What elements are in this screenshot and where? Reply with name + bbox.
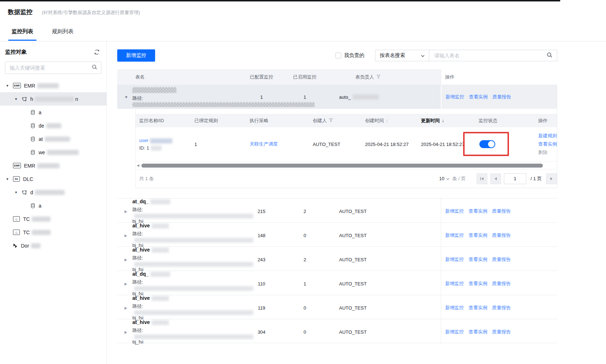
redacted-text bbox=[32, 217, 50, 222]
expand-row-icon[interactable]: ▶ bbox=[124, 306, 132, 310]
table-row[interactable]: ▶ at_hive 路径: bj_fsi 119 0 AUTO_TEST 新增监… bbox=[117, 295, 557, 319]
view-instances-link[interactable]: 查看实例 bbox=[469, 208, 487, 214]
quality-report-link[interactable]: 质量报告 bbox=[492, 208, 511, 214]
dlc-icon: Ds bbox=[13, 176, 20, 182]
search-icon[interactable] bbox=[546, 52, 553, 59]
view-instances-link[interactable]: 查看实例 bbox=[469, 329, 487, 335]
add-monitor-link[interactable]: 新增监控 bbox=[445, 256, 464, 263]
search-type-select[interactable]: 按表名搜索 bbox=[375, 50, 429, 61]
view-instances-link[interactable]: 查看实例 bbox=[469, 280, 487, 287]
quality-report-link[interactable]: 质量报告 bbox=[492, 94, 511, 100]
expand-row-icon[interactable]: ▶ bbox=[124, 234, 132, 238]
sidebar-search-input[interactable] bbox=[9, 65, 92, 71]
monitor-status-toggle[interactable] bbox=[479, 140, 495, 148]
my-filter[interactable]: 我负责的 bbox=[335, 52, 364, 59]
add-monitor-link[interactable]: 新增监控 bbox=[445, 329, 464, 335]
refresh-icon[interactable] bbox=[94, 49, 100, 55]
monitor-object-tree: ▼ EMR EMR ▼ hn a bbox=[0, 79, 106, 252]
col-actions: 操作 bbox=[441, 69, 557, 85]
view-instances-link[interactable]: 查看实例 bbox=[469, 305, 487, 311]
search-icon[interactable] bbox=[92, 64, 97, 71]
page-number-input[interactable] bbox=[504, 173, 526, 184]
scrollbar-thumb[interactable] bbox=[141, 164, 543, 168]
redacted-text bbox=[151, 146, 162, 151]
quality-report-link[interactable]: 质量报告 bbox=[492, 280, 511, 287]
scroll-left-icon[interactable]: ◀ bbox=[137, 164, 139, 167]
quality-report-link[interactable]: 质量报告 bbox=[492, 305, 511, 311]
quality-report-link[interactable]: 质量报告 bbox=[492, 256, 511, 263]
col-monitor-actions: 操作 bbox=[536, 114, 557, 127]
strategy-link[interactable]: 关联生产调度 bbox=[250, 141, 278, 147]
table-row[interactable]: ▶ at_dq_ 路径: bj_fsi 215 2 AUTO_TEST 新增监控… bbox=[117, 198, 557, 222]
view-instances-link[interactable]: 查看实例 bbox=[469, 94, 488, 100]
expand-row-icon[interactable]: ▶ bbox=[124, 209, 132, 213]
add-monitor-button[interactable]: 新增监控 bbox=[117, 49, 155, 62]
filter-icon[interactable] bbox=[377, 74, 381, 80]
view-instances-link[interactable]: 查看实例 bbox=[538, 141, 557, 147]
view-instances-link[interactable]: 查看实例 bbox=[469, 232, 487, 239]
quality-report-link[interactable]: 质量报告 bbox=[492, 232, 511, 239]
tree-item-emr-1[interactable]: ▼ EMR EMR bbox=[0, 79, 106, 92]
filter-icon[interactable] bbox=[329, 118, 333, 123]
table-row[interactable]: ▶ at_hive 路径: bj_fsi 243 2 AUTO_TEST 新增监… bbox=[117, 247, 557, 271]
sort-desc-icon[interactable]: ↓ bbox=[442, 118, 444, 123]
add-monitor-link[interactable]: 新增监控 bbox=[445, 305, 464, 311]
tree-item-db-a[interactable]: a bbox=[0, 106, 106, 119]
tree-item-tchouse-1[interactable]: ⌂ TC bbox=[0, 212, 106, 226]
tab-rule-list[interactable]: 规则列表 bbox=[49, 28, 77, 41]
col-monitor-status: 监控状态 bbox=[477, 114, 536, 127]
table-row[interactable]: ▼ 路径: 1 1 auto_ 新增监控 查看实例 质量报告 bbox=[117, 85, 557, 109]
redacted-path bbox=[132, 102, 315, 107]
delete-link[interactable]: 删除 bbox=[538, 149, 557, 156]
add-monitor-link[interactable]: 新增监控 bbox=[445, 208, 464, 214]
tree-item-tchouse-2[interactable]: ⌂ TC bbox=[0, 226, 106, 239]
add-monitor-link[interactable]: 新增监控 bbox=[445, 280, 464, 287]
col-configured: 已配置监控 bbox=[240, 69, 283, 85]
sort-icon[interactable]: ↕ bbox=[386, 118, 388, 123]
tab-monitor-list[interactable]: 监控列表 bbox=[8, 28, 36, 41]
view-instances-link[interactable]: 查看实例 bbox=[469, 256, 487, 263]
table-row[interactable]: ▶ at_hive 路径: bj_fsi 304 0 AUTO_TEST 新增监… bbox=[117, 319, 557, 343]
redacted-path bbox=[134, 238, 253, 243]
table-row[interactable]: ▶ at_dq_ 路径: bj_fsi 110 1 AUTO_TEST 新增监控… bbox=[117, 271, 557, 295]
expand-arrow-icon[interactable]: ▼ bbox=[6, 84, 13, 88]
redacted-path bbox=[134, 214, 253, 218]
next-page-button[interactable] bbox=[546, 173, 557, 184]
expand-arrow-icon[interactable]: ▼ bbox=[6, 177, 13, 181]
expand-arrow-icon[interactable]: ▼ bbox=[14, 191, 22, 194]
monitor-name-link[interactable]: user bbox=[139, 138, 148, 143]
add-monitor-link[interactable]: 新增监控 bbox=[445, 94, 464, 100]
expand-row-icon[interactable]: ▶ bbox=[124, 282, 132, 286]
tree-item-db-a2[interactable]: a bbox=[0, 199, 106, 212]
database-icon bbox=[30, 136, 35, 142]
redacted-text bbox=[35, 190, 65, 195]
tree-item-db-we[interactable]: we bbox=[0, 146, 106, 159]
add-monitor-link[interactable]: 新增监控 bbox=[445, 232, 464, 239]
col-updated-time: 更新时间 ↓ bbox=[419, 114, 477, 127]
prev-page-button[interactable] bbox=[490, 173, 501, 184]
tree-item-emr-2[interactable]: EMR EMR bbox=[0, 159, 106, 172]
table-search-input[interactable] bbox=[434, 52, 546, 59]
expand-arrow-icon[interactable]: ▼ bbox=[14, 97, 22, 101]
my-filter-checkbox[interactable] bbox=[335, 53, 341, 58]
expand-row-icon[interactable]: ▶ bbox=[124, 330, 132, 334]
toolbar: 新增监控 我负责的 按表名搜索 bbox=[117, 49, 557, 62]
first-page-button[interactable] bbox=[477, 173, 487, 184]
chevron-down-icon bbox=[421, 53, 425, 58]
tree-item-workspace-h[interactable]: ▼ hn bbox=[0, 92, 106, 106]
redacted-text bbox=[32, 230, 50, 235]
table-row[interactable]: ▶ at_hive 路径: bj_fsi 148 0 AUTO_TEST 新增监… bbox=[117, 222, 557, 247]
quality-report-link[interactable]: 质量报告 bbox=[492, 329, 511, 335]
monitor-table: 表名 已配置监控 已启用监控 表负责人 操作 ▼ 路径: bbox=[117, 69, 557, 343]
new-rule-link[interactable]: 新建规则 bbox=[538, 133, 557, 139]
tree-item-dlc[interactable]: ▼ Ds DLC bbox=[0, 172, 106, 186]
tree-item-db-de[interactable]: de bbox=[0, 119, 106, 132]
redacted-text bbox=[45, 137, 70, 142]
database-icon bbox=[30, 110, 35, 115]
page-size-select[interactable]: 10 bbox=[439, 176, 449, 181]
tree-item-workspace-d[interactable]: ▼ d bbox=[0, 186, 106, 199]
tree-item-doris[interactable]: Dor bbox=[0, 239, 106, 252]
collapse-row-icon[interactable]: ▼ bbox=[124, 95, 132, 99]
expand-row-icon[interactable]: ▶ bbox=[124, 258, 132, 262]
tree-item-db-at[interactable]: at bbox=[0, 132, 106, 146]
